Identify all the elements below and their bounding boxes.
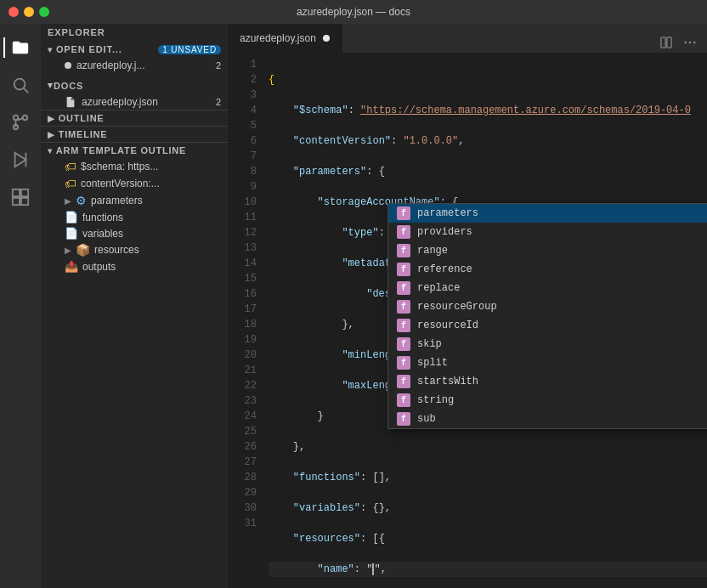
activity-bar	[0, 24, 41, 588]
run-icon[interactable]	[3, 143, 37, 177]
active-tab[interactable]: azuredeploy.json	[228, 24, 342, 53]
ac-label-resourceid: resourceId	[417, 319, 707, 331]
timeline-chevron: ▶	[48, 130, 55, 139]
ac-icon-providers: f	[397, 225, 410, 239]
open-editors-section: ▾ OPEN EDIT... 1 UNSAVED azuredeploy.j..…	[41, 41, 228, 76]
docs-file-item[interactable]: azuredeploy.json 2	[41, 94, 228, 110]
ac-icon-replace: f	[397, 281, 410, 295]
ac-icon-reference: f	[397, 263, 410, 276]
tab-bar: azuredeploy.json	[228, 24, 707, 54]
ac-icon-split: f	[397, 356, 410, 370]
unsaved-badge: 1 UNSAVED	[158, 45, 221, 54]
modified-dot	[65, 62, 71, 69]
docs-file-name: azuredeploy.json	[82, 96, 158, 108]
arm-item-variables[interactable]: 📄 variables	[41, 225, 228, 241]
ac-icon-resourceid: f	[397, 319, 410, 332]
contentversion-icon: 🏷	[65, 177, 76, 190]
ac-item-resourceid[interactable]: f resourceId	[388, 316, 707, 335]
ac-item-resourcegroup[interactable]: f resourceGroup	[388, 297, 707, 316]
functions-icon: 📄	[65, 211, 78, 223]
outline-header[interactable]: ▶ OUTLINE	[41, 110, 228, 126]
arm-item-outputs[interactable]: 📤 outputs	[41, 258, 228, 274]
code-line-16: "resources": [{	[269, 531, 707, 546]
arm-outline-section: ▾ ARM TEMPLATE OUTLINE 🏷 $schema: https.…	[41, 142, 228, 281]
ac-item-parameters[interactable]: f parameters (function) parameters...	[388, 204, 707, 223]
sidebar: EXPLORER ▾ OPEN EDIT... 1 UNSAVED azured…	[41, 24, 228, 588]
ac-icon-string: f	[397, 393, 410, 407]
svg-point-15	[693, 42, 696, 44]
tab-bar-actions	[649, 32, 707, 53]
ac-label-replace: replace	[417, 282, 707, 294]
docs-label: DOCS	[54, 81, 83, 91]
window-controls[interactable]	[8, 7, 49, 17]
svg-rect-8	[21, 189, 28, 196]
open-editors-header[interactable]: ▾ OPEN EDIT... 1 UNSAVED	[41, 41, 228, 58]
code-editor[interactable]: 12345 678910 1112131415 1617181920 21222…	[228, 54, 707, 588]
ac-item-string[interactable]: f string	[388, 391, 707, 410]
resources-chevron: ▶	[65, 246, 71, 255]
schema-icon: 🏷	[65, 160, 76, 173]
ac-label-sub: sub	[417, 413, 707, 425]
source-control-icon[interactable]	[3, 105, 37, 139]
ac-item-replace[interactable]: f replace	[388, 279, 707, 297]
ac-label-range: range	[417, 245, 707, 257]
parameters-icon: ⚙	[76, 194, 87, 207]
svg-rect-12	[667, 37, 671, 48]
docs-chevron: ▾	[48, 80, 54, 91]
ac-item-sub[interactable]: f sub	[388, 410, 707, 428]
ac-icon-skip: f	[397, 337, 410, 351]
code-line-13: },	[269, 439, 707, 455]
maximize-button[interactable]	[39, 7, 49, 17]
ac-label-skip: skip	[417, 338, 707, 350]
arm-item-parameters[interactable]: ▶ ⚙ parameters	[41, 192, 228, 209]
svg-rect-7	[13, 189, 20, 196]
explorer-label: EXPLORER	[48, 27, 105, 37]
arm-outline-label: ARM TEMPLATE OUTLINE	[56, 145, 186, 155]
arm-item-functions[interactable]: 📄 functions	[41, 209, 228, 225]
ac-item-providers[interactable]: f providers	[388, 223, 707, 241]
autocomplete-dropdown: f parameters (function) parameters... f …	[387, 203, 707, 429]
svg-point-13	[684, 42, 687, 44]
ac-icon-resourcegroup: f	[397, 300, 410, 314]
svg-rect-10	[21, 198, 28, 205]
tab-modified-dot	[323, 35, 330, 42]
open-editor-badge: 2	[216, 60, 221, 71]
more-actions-button[interactable]	[680, 32, 700, 53]
split-editor-button[interactable]	[656, 32, 676, 53]
ac-item-startswith[interactable]: f startsWith	[388, 372, 707, 391]
svg-point-14	[689, 42, 692, 44]
ac-label-string: string	[417, 394, 707, 406]
docs-header[interactable]: ▾ DOCS	[41, 76, 228, 94]
files-icon[interactable]	[3, 31, 37, 65]
arm-item-contentversion[interactable]: 🏷 contentVersion:...	[41, 175, 228, 192]
arm-outline-header[interactable]: ▾ ARM TEMPLATE OUTLINE	[41, 143, 228, 158]
close-button[interactable]	[8, 7, 19, 17]
docs-section: ▾ DOCS azuredeploy.json 2	[41, 76, 228, 110]
extensions-icon[interactable]	[3, 180, 37, 214]
ac-item-range[interactable]: f range	[388, 241, 707, 260]
arm-outline-chevron: ▾	[48, 146, 53, 155]
search-icon[interactable]	[3, 68, 37, 102]
arm-item-resources-label: resources	[94, 244, 139, 256]
open-editors-label: OPEN EDIT...	[56, 44, 122, 54]
arm-item-resources[interactable]: ▶ 📦 resources	[41, 241, 228, 258]
ac-label-split: split	[417, 357, 707, 369]
ac-item-reference[interactable]: f reference	[388, 260, 707, 279]
outline-label: OUTLINE	[59, 113, 105, 123]
minimize-button[interactable]	[24, 7, 34, 17]
arm-item-outputs-label: outputs	[82, 261, 116, 273]
open-editor-item[interactable]: azuredeploy.j... 2	[41, 58, 228, 73]
arm-item-schema[interactable]: 🏷 $schema: https...	[41, 158, 228, 175]
svg-marker-5	[15, 153, 26, 167]
code-line-4: "parameters": {	[269, 164, 707, 179]
title-bar: azuredeploy.json — docs	[0, 0, 707, 24]
arm-item-schema-label: $schema: https...	[81, 161, 158, 172]
code-line-2: "$schema": "https://schema.management.az…	[269, 103, 707, 118]
explorer-header[interactable]: EXPLORER	[41, 24, 228, 41]
outline-chevron: ▶	[48, 114, 55, 123]
ac-item-skip[interactable]: f skip	[388, 335, 707, 353]
ac-item-split[interactable]: f split	[388, 353, 707, 372]
svg-rect-9	[13, 198, 20, 205]
timeline-header[interactable]: ▶ TIMELINE	[41, 127, 228, 142]
parameters-chevron: ▶	[65, 196, 71, 206]
